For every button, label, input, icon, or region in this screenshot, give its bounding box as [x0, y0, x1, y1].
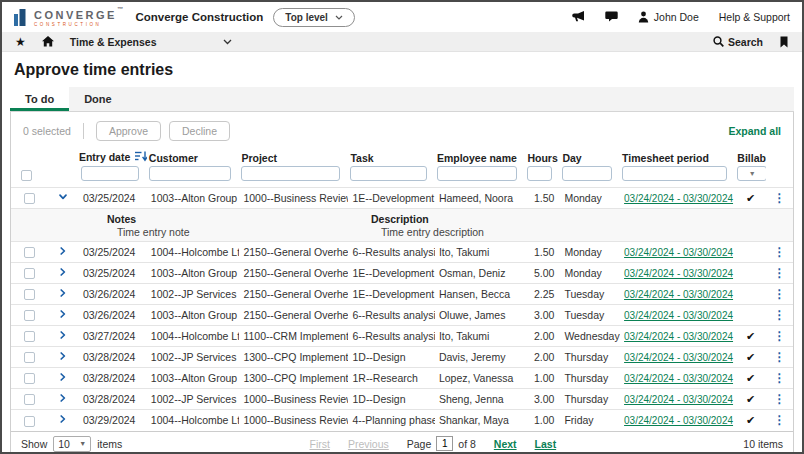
row-menu-button[interactable]: ⋮ — [774, 371, 786, 385]
filter-customer[interactable] — [149, 166, 232, 181]
page-number-input[interactable] — [436, 436, 453, 451]
row-menu-button[interactable]: ⋮ — [774, 329, 786, 343]
filter-billable-select[interactable]: ▼ — [737, 166, 766, 181]
filter-employee[interactable] — [437, 166, 518, 181]
previous-page-link[interactable]: Previous — [348, 438, 389, 450]
help-support-link[interactable]: Help & Support — [719, 11, 790, 23]
row-checkbox[interactable] — [24, 331, 35, 342]
favorites-star-icon[interactable]: ★ — [15, 35, 26, 49]
first-page-link[interactable]: First — [309, 438, 329, 450]
total-items-label: 10 items — [743, 438, 783, 450]
messages-icon[interactable] — [605, 11, 618, 23]
column-header-row: Entry date Customer Project Task Employe… — [11, 149, 793, 165]
filter-timesheet-period[interactable] — [622, 166, 727, 181]
expand-row-icon[interactable] — [58, 246, 68, 256]
select-all-checkbox[interactable] — [21, 170, 32, 181]
cell-entry-date: 03/29/2024 — [79, 410, 147, 431]
timesheet-period-link[interactable]: 03/24/2024 - 03/30/2024 — [624, 373, 733, 384]
filter-day[interactable] — [562, 166, 612, 181]
row-checkbox[interactable] — [24, 310, 35, 321]
cell-hours: 1.00 — [525, 368, 560, 389]
scope-selector[interactable]: Top level — [273, 8, 355, 27]
column-header-billable[interactable]: Billable — [735, 149, 766, 165]
row-checkbox[interactable] — [24, 373, 35, 384]
billable-check-icon: ✔ — [746, 192, 755, 204]
row-checkbox[interactable] — [24, 289, 35, 300]
approve-button[interactable]: Approve — [96, 121, 161, 141]
row-checkbox[interactable] — [24, 268, 35, 279]
row-menu-button[interactable]: ⋮ — [774, 392, 786, 406]
column-header-hours[interactable]: Hours — [525, 149, 560, 165]
row-menu-button[interactable]: ⋮ — [774, 266, 786, 280]
row-checkbox[interactable] — [24, 247, 35, 258]
expand-row-icon[interactable] — [58, 414, 68, 424]
filter-hours[interactable] — [527, 166, 552, 181]
expand-all-link[interactable]: Expand all — [728, 125, 781, 137]
expand-row-icon[interactable] — [58, 267, 68, 277]
column-header-day[interactable]: Day — [560, 149, 620, 165]
cell-project: 2150--General Overhead — [239, 284, 348, 305]
cell-employee: Hansen, Becca — [435, 284, 526, 305]
column-header-project[interactable]: Project — [239, 149, 348, 165]
expand-row-icon[interactable] — [58, 288, 68, 298]
timesheet-period-link[interactable]: 03/24/2024 - 03/30/2024 — [624, 268, 733, 279]
timesheet-period-link[interactable]: 03/24/2024 - 03/30/2024 — [624, 193, 733, 204]
timesheet-period-link[interactable]: 03/24/2024 - 03/30/2024 — [624, 289, 733, 300]
timesheet-period-link[interactable]: 03/24/2024 - 03/30/2024 — [624, 247, 733, 258]
page-title: Approve time entries — [2, 52, 802, 87]
cell-customer: 1004--Holcombe Ltd — [147, 326, 240, 347]
table-row: 03/28/20241002--JP Services1300--CPQ Imp… — [11, 347, 793, 368]
home-icon[interactable] — [42, 36, 54, 47]
row-menu-button[interactable]: ⋮ — [774, 308, 786, 322]
row-checkbox[interactable] — [24, 416, 35, 427]
menu-time-expenses[interactable]: Time & Expenses — [70, 36, 232, 48]
cell-hours: 1.00 — [525, 410, 560, 431]
converge-logo: CONVERGE™ CONSTRUCTION — [14, 6, 125, 28]
timesheet-period-link[interactable]: 03/24/2024 - 03/30/2024 — [624, 352, 733, 363]
column-header-task[interactable]: Task — [348, 149, 434, 165]
tab-todo[interactable]: To do — [10, 87, 69, 111]
decline-button[interactable]: Decline — [169, 121, 230, 141]
collapse-row-icon[interactable] — [58, 192, 68, 202]
user-menu[interactable]: John Doe — [638, 11, 699, 23]
row-checkbox[interactable] — [24, 394, 35, 405]
cell-hours: 2.00 — [525, 326, 560, 347]
row-menu-button[interactable]: ⋮ — [774, 287, 786, 301]
row-menu-button[interactable]: ⋮ — [774, 245, 786, 259]
row-menu-button[interactable]: ⋮ — [774, 191, 786, 205]
row-menu-button[interactable]: ⋮ — [774, 413, 786, 427]
timesheet-period-link[interactable]: 03/24/2024 - 03/30/2024 — [624, 310, 733, 321]
column-header-customer[interactable]: Customer — [147, 149, 240, 165]
next-page-link[interactable]: Next — [494, 438, 517, 450]
sort-descending-icon[interactable] — [135, 152, 147, 164]
cell-project: 1300--CPQ Implementation — [239, 368, 348, 389]
filter-task[interactable] — [350, 166, 426, 181]
timesheet-period-link[interactable]: 03/24/2024 - 03/30/2024 — [624, 331, 733, 342]
timesheet-period-link[interactable]: 03/24/2024 - 03/30/2024 — [624, 415, 733, 426]
cell-employee: Lopez, Vanessa — [435, 368, 526, 389]
expand-row-icon[interactable] — [58, 372, 68, 382]
row-menu-button[interactable]: ⋮ — [774, 350, 786, 364]
table-row: 03/28/20241003--Alton Group1300--CPQ Imp… — [11, 368, 793, 389]
column-header-employee[interactable]: Employee name — [435, 149, 526, 165]
page-size-select[interactable]: 10 ▼ — [53, 436, 91, 452]
expand-row-icon[interactable] — [58, 351, 68, 361]
announcements-icon[interactable] — [572, 11, 585, 23]
filter-project[interactable] — [241, 166, 340, 181]
tab-done[interactable]: Done — [69, 87, 127, 111]
filter-entry-date[interactable] — [81, 166, 139, 181]
expand-row-icon[interactable] — [58, 309, 68, 319]
column-header-entry-date[interactable]: Entry date — [79, 149, 147, 165]
search-button[interactable]: Search — [713, 36, 763, 48]
row-checkbox[interactable] — [24, 193, 35, 204]
row-checkbox[interactable] — [24, 352, 35, 363]
cell-task: 6--Results analysis — [348, 242, 434, 263]
expand-row-icon[interactable] — [58, 393, 68, 403]
timesheet-period-link[interactable]: 03/24/2024 - 03/30/2024 — [624, 394, 733, 405]
cell-entry-date: 03/25/2024 — [79, 188, 147, 209]
column-header-timesheet-period[interactable]: Timesheet period — [620, 149, 735, 165]
bookmark-icon[interactable] — [779, 36, 789, 48]
last-page-link[interactable]: Last — [535, 438, 557, 450]
expand-row-icon[interactable] — [58, 330, 68, 340]
billable-check-icon: ✔ — [746, 372, 755, 384]
